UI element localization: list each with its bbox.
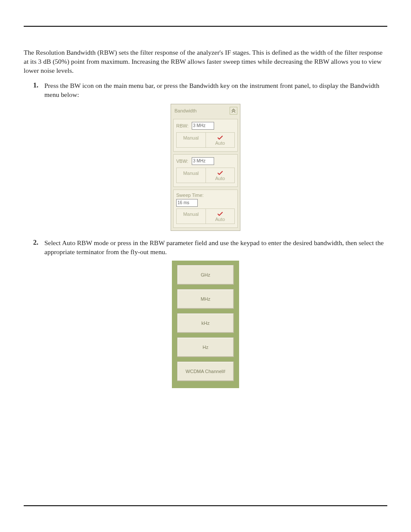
bandwidth-titlebar: Bandwidth (171, 104, 240, 117)
rbw-auto-button[interactable]: Auto (206, 133, 235, 147)
check-icon (217, 135, 223, 140)
sweep-auto-button[interactable]: Auto (206, 209, 235, 224)
rbw-auto-label: Auto (215, 140, 225, 146)
unit-button-wcdma-channel[interactable]: WCDMA Channel# (177, 361, 234, 381)
sweep-auto-label: Auto (215, 217, 225, 222)
vbw-input[interactable] (192, 157, 214, 165)
chevron-up-icon (231, 109, 236, 113)
unit-button-label: Hz (202, 345, 208, 350)
intro-paragraph: The Resolution Bandwidth (RBW) sets the … (24, 48, 387, 75)
unit-button-khz[interactable]: kHz (177, 313, 234, 333)
bandwidth-panel: Bandwidth RBW: Manual (171, 104, 240, 231)
rbw-manual-button[interactable]: Manual (177, 133, 206, 147)
check-icon (217, 212, 223, 216)
step-1-number: 1. (33, 81, 44, 100)
rbw-manual-label: Manual (183, 135, 199, 140)
step-2: 2. Select Auto RBW mode or press in the … (24, 239, 387, 257)
unit-button-label: kHz (202, 320, 210, 326)
sweep-group: Sweep Time: Manual Auto (173, 190, 238, 228)
rbw-group: RBW: Manual Auto (173, 119, 238, 152)
step-1: 1. Press the BW icon on the main menu ba… (24, 81, 387, 100)
rbw-input[interactable] (192, 122, 214, 130)
sweep-label: Sweep Time: (176, 193, 235, 198)
unit-button-mhz[interactable]: MHz (177, 289, 234, 309)
check-icon (217, 171, 223, 175)
unit-button-ghz[interactable]: GHz (177, 265, 234, 285)
step-1-text: Press the BW icon on the main menu bar, … (44, 81, 387, 100)
unit-button-label: MHz (201, 296, 211, 302)
rbw-toggle: Manual Auto (176, 132, 235, 148)
top-divider (24, 26, 387, 27)
step-2-text: Select Auto RBW mode or press in the RBW… (44, 239, 387, 257)
bottom-divider (24, 505, 387, 506)
vbw-auto-label: Auto (215, 176, 225, 181)
unit-button-hz[interactable]: Hz (177, 337, 234, 357)
vbw-auto-button[interactable]: Auto (206, 168, 235, 183)
vbw-label: VBW: (176, 159, 192, 164)
collapse-button[interactable] (230, 107, 237, 115)
rbw-label: RBW: (176, 123, 192, 128)
unit-button-label: WCDMA Channel# (186, 369, 225, 374)
unit-flyout-panel: GHz MHz kHz Hz WCDMA Channel# (172, 261, 239, 388)
sweep-manual-label: Manual (183, 212, 199, 217)
vbw-toggle: Manual Auto (176, 168, 235, 183)
vbw-manual-button[interactable]: Manual (177, 168, 206, 183)
unit-button-label: GHz (201, 272, 210, 277)
step-2-number: 2. (33, 239, 44, 257)
sweep-toggle: Manual Auto (176, 208, 235, 224)
sweep-input[interactable] (176, 199, 198, 207)
sweep-manual-button[interactable]: Manual (177, 209, 206, 224)
vbw-group: VBW: Manual Auto (173, 154, 238, 187)
bandwidth-title: Bandwidth (174, 108, 196, 113)
vbw-manual-label: Manual (183, 171, 199, 176)
